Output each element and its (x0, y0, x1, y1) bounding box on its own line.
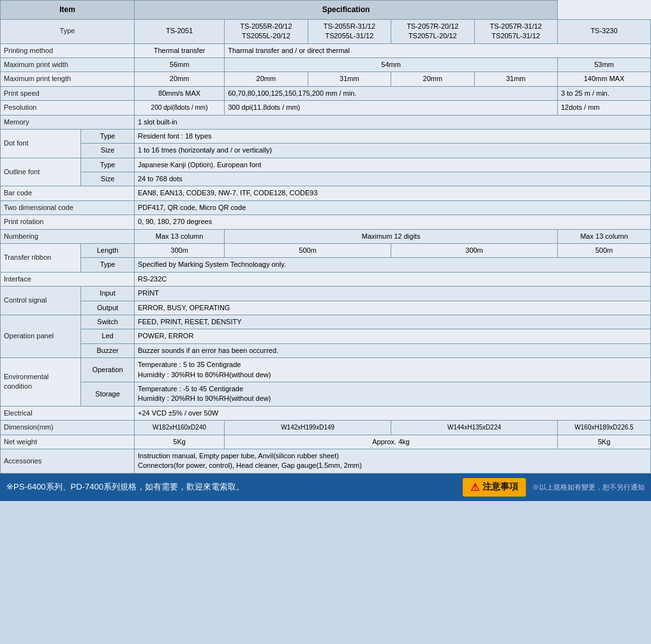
max-print-length-ts2055r31: 31mm (308, 72, 391, 86)
print-speed-ts3230: 3 to 25 m / min. (557, 86, 650, 100)
transfer-ribbon-length-ts3230: 500m (557, 244, 650, 258)
operation-panel-led-value: POWER, ERROR (134, 329, 650, 343)
dot-font-type-sub: Type (81, 129, 135, 143)
operation-panel-switch-value: FEED, PRINT, RESET, DENSITY (134, 315, 650, 329)
numbering-label: Numbering (1, 229, 135, 243)
transfer-ribbon-length-ts2051: 300m (134, 244, 224, 258)
type-ts3230: TS-3230 (557, 19, 650, 43)
electrical-value: +24 VCD ±5% / over 50W (134, 406, 650, 420)
resolution-label: Pesolution (1, 101, 135, 115)
resolution-ts3230: 12dots / mm (557, 101, 650, 115)
outline-font-size-value: 24 to 768 dots (134, 172, 650, 186)
resolution-ts2051: 200 dpi(8dots / mm) (134, 101, 224, 115)
dimension-label: Dimension(mm) (1, 421, 135, 435)
warning-icon: ⚠ (470, 481, 479, 493)
transfer-ribbon-type-sub: Type (81, 258, 135, 272)
spec-table: Item Specification Type TS-2051 TS-2055R… (0, 0, 651, 474)
control-signal-label: Control signal (1, 287, 81, 315)
net-weight-rest: Approx. 4kg (225, 435, 558, 449)
footer-note-text: ※以上規格如有變更，恕不另行通知 (532, 483, 645, 492)
transfer-ribbon-length-sub: Length (81, 244, 135, 258)
print-speed-rest: 60,70,80,100,125,150,175,200 mm / min. (225, 86, 558, 100)
dimension-ts2051: W182xH160xD240 (134, 421, 224, 435)
outline-font-type-sub: Type (81, 158, 135, 172)
printing-method-rest: Tharmal transfer and / or direct thermal (225, 43, 651, 57)
barcode-value: EAN8, EAN13, CODE39, NW-7. ITF, CODE128,… (134, 186, 650, 200)
print-rotation-value: 0, 90, 180, 270 degrees (134, 215, 650, 229)
control-signal-output-sub: Output (81, 301, 135, 315)
type-ts2057r31: TS-2057R-31/12 TS2057L-31/12 (474, 19, 557, 43)
env-operation-value: Temperature : 5 to 35 Centigrade Humidit… (134, 358, 650, 382)
max-print-width-ts2051: 56mm (134, 57, 224, 71)
header-item: Item (1, 1, 135, 20)
transfer-ribbon-type-value: Specified by Marking System Technoloagy … (134, 258, 650, 272)
max-print-width-ts3230: 53mm (557, 57, 650, 71)
footer-main-text: ※PS-6400系列、PD-7400系列規格，如有需要，歡迎來電索取。 (6, 481, 456, 493)
transfer-ribbon-length-ts2057: 300m (391, 244, 558, 258)
electrical-label: Electrical (1, 406, 135, 420)
accessories-label: Accessories (1, 449, 135, 473)
net-weight-label: Net weight (1, 435, 135, 449)
control-signal-input-sub: Input (81, 287, 135, 301)
dot-font-size-sub: Size (81, 144, 135, 158)
operation-panel-led-sub: Led (81, 329, 135, 343)
net-weight-ts2051: 5Kg (134, 435, 224, 449)
warning-box: ⚠ 注意事項 (463, 478, 526, 497)
type-ts2057r20: TS-2057R-20/12 TS2057L-20/12 (391, 19, 474, 43)
type-label: Type (1, 19, 135, 43)
dimension-ts3230: W160xH189xD226.5 (557, 421, 650, 435)
footer-bar: ※PS-6400系列、PD-7400系列規格，如有需要，歡迎來電索取。 ⚠ 注意… (0, 474, 651, 501)
numbering-ts2051: Max 13 column (134, 229, 224, 243)
outline-font-size-sub: Size (81, 172, 135, 186)
warning-label: 注意事項 (483, 481, 518, 493)
accessories-value: Instruction manual, Empty paper tube, An… (134, 449, 650, 473)
two-dim-label: Two dimensional code (1, 200, 135, 214)
print-speed-ts2051: 80mm/s MAX (134, 86, 224, 100)
interface-value: RS-232C (134, 272, 650, 286)
env-storage-value: Temperature : -5 to 45 Centigrade Humidi… (134, 382, 650, 406)
max-print-width-rest: 54mm (225, 57, 558, 71)
operation-panel-buzzer-sub: Buzzer (81, 343, 135, 357)
dimension-ts2055: W142xH199xD149 (225, 421, 391, 435)
type-ts2055r31: TS-2055R-31/12 TS2055L-31/12 (308, 19, 391, 43)
two-dim-value: PDF417, QR code, Micro QR code (134, 200, 650, 214)
operation-panel-buzzer-value: Buzzer sounds if an error has been occur… (134, 343, 650, 357)
type-ts2051: TS-2051 (134, 19, 224, 43)
dot-font-label: Dot font (1, 129, 81, 158)
dot-font-type-value: Resident font : 18 types (134, 129, 650, 143)
max-print-length-ts2051: 20mm (134, 72, 224, 86)
control-signal-output-value: ERROR, BUSY, OPERATING (134, 301, 650, 315)
transfer-ribbon-length-rest: 500m (225, 244, 391, 258)
net-weight-ts3230: 5Kg (557, 435, 650, 449)
printing-method-label: Printing method (1, 43, 135, 57)
dimension-ts2057: W144xH135xD224 (391, 421, 558, 435)
printing-method-ts2051: Thermal transfer (134, 43, 224, 57)
header-spec: Specification (134, 1, 557, 20)
outline-font-type-value: Japanese Kanji (Option). European font (134, 158, 650, 172)
barcode-label: Bar code (1, 186, 135, 200)
env-operation-sub: Operation (81, 358, 135, 382)
print-speed-label: Print speed (1, 86, 135, 100)
transfer-ribbon-label: Transfer ribbon (1, 244, 81, 273)
max-print-length-ts3230: 140mm MAX (557, 72, 650, 86)
memory-label: Memory (1, 115, 135, 129)
operation-panel-switch-sub: Switch (81, 315, 135, 329)
print-rotation-label: Print rotation (1, 215, 135, 229)
control-signal-input-value: PRINT (134, 287, 650, 301)
numbering-rest: Maximum 12 digits (225, 229, 558, 243)
memory-value: 1 slot built-in (134, 115, 650, 129)
env-condition-label: Environmental condition (1, 358, 81, 407)
resolution-rest: 300 dpi(11.8dots / mm) (225, 101, 558, 115)
interface-label: Interface (1, 272, 135, 286)
dot-font-size-value: 1 to 16 tmes (horizontaly and / or verti… (134, 144, 650, 158)
max-print-length-ts2057r20: 20mm (391, 72, 474, 86)
type-ts2055r: TS-2055R-20/12 TS2055L-20/12 (225, 19, 308, 43)
max-print-width-label: Maximum print width (1, 57, 135, 71)
max-print-length-ts2055r20: 20mm (225, 72, 308, 86)
max-print-length-label: Maximum print length (1, 72, 135, 86)
operation-panel-label: Operation panel (1, 315, 81, 358)
numbering-ts3230: Max 13 column (557, 229, 650, 243)
outline-font-label: Outline font (1, 158, 81, 186)
max-print-length-ts2057r31: 31mm (474, 72, 557, 86)
env-storage-sub: Storage (81, 382, 135, 406)
